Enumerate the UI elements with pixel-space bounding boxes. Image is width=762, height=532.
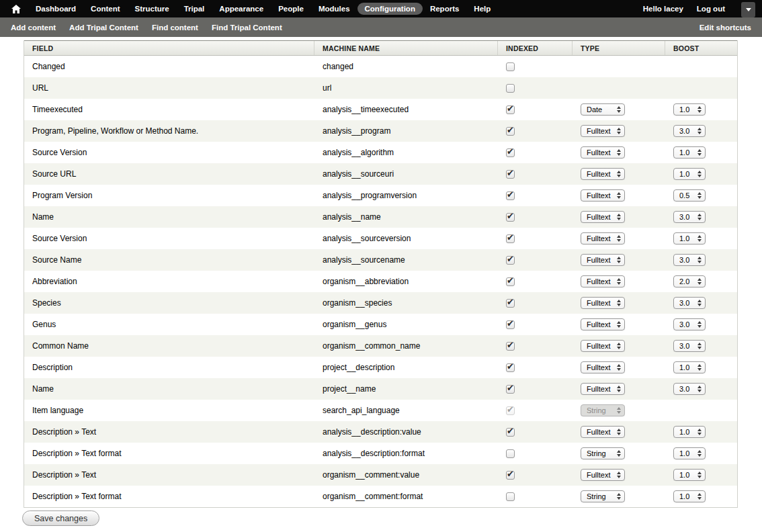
- shortcut-add-content[interactable]: Add content: [11, 24, 56, 32]
- machine-name: analysis__sourcename: [314, 255, 498, 265]
- table-row: Description » Text organism__comment:val…: [24, 464, 737, 486]
- machine-name: analysis__algorithm: [314, 148, 498, 157]
- stepper-arrows-icon: [697, 149, 702, 156]
- type-select[interactable]: String: [581, 447, 625, 459]
- type-select[interactable]: Fulltext: [581, 275, 625, 287]
- type-select[interactable]: Fulltext: [581, 232, 625, 245]
- nav-item-people[interactable]: People: [271, 3, 311, 15]
- indexed-checkbox[interactable]: ✔: [506, 170, 515, 179]
- search-api-fields-table: FIELD MACHINE NAME INDEXED TYPE BOOST Ch…: [24, 40, 738, 508]
- boost-select[interactable]: 1.0: [673, 232, 706, 245]
- boost-select[interactable]: 1.0: [673, 490, 706, 502]
- machine-name: search_api_language: [314, 406, 498, 415]
- type-select[interactable]: Fulltext: [581, 125, 625, 137]
- boost-select[interactable]: 3.0: [673, 297, 706, 309]
- type-select-value: Fulltext: [587, 127, 614, 135]
- type-select[interactable]: Fulltext: [581, 168, 625, 180]
- indexed-checkbox[interactable]: ✔: [506, 191, 515, 200]
- logout-link[interactable]: Log out: [690, 3, 732, 15]
- boost-select[interactable]: 3.0: [673, 318, 706, 330]
- boost-select[interactable]: 3.0: [673, 125, 706, 137]
- field-label: Description » Text format: [24, 492, 314, 501]
- type-select[interactable]: Fulltext: [581, 340, 625, 352]
- nav-item-content[interactable]: Content: [83, 3, 127, 15]
- type-select[interactable]: String: [581, 490, 625, 502]
- indexed-checkbox[interactable]: ✔: [506, 471, 515, 480]
- nav-item-help[interactable]: Help: [466, 3, 498, 15]
- type-select[interactable]: Fulltext: [581, 318, 625, 330]
- boost-select[interactable]: 1.0: [673, 361, 706, 373]
- shortcut-find-tripal-content[interactable]: Find Tripal Content: [212, 24, 282, 32]
- indexed-checkbox[interactable]: ✔: [506, 213, 515, 222]
- boost-select[interactable]: 1.0: [673, 469, 706, 481]
- type-select[interactable]: Fulltext: [581, 297, 625, 309]
- type-select-value: Fulltext: [587, 299, 614, 307]
- edit-shortcuts-link[interactable]: Edit shortcuts: [700, 24, 751, 32]
- machine-name: project__name: [314, 384, 498, 394]
- toolbar-toggle-button[interactable]: [741, 2, 755, 17]
- type-select[interactable]: Fulltext: [581, 426, 625, 438]
- boost-select[interactable]: 3.0: [673, 383, 706, 395]
- indexed-checkbox[interactable]: ✔: [506, 492, 515, 501]
- type-select[interactable]: Fulltext: [581, 361, 625, 373]
- indexed-checkbox[interactable]: ✔: [506, 299, 515, 308]
- nav-item-tripal[interactable]: Tripal: [177, 3, 212, 15]
- boost-select[interactable]: 0.5: [673, 189, 706, 202]
- indexed-checkbox[interactable]: ✔: [506, 320, 515, 329]
- boost-select[interactable]: 1.0: [673, 103, 706, 116]
- indexed-checkbox[interactable]: ✔: [506, 105, 515, 114]
- indexed-checkbox[interactable]: ✔: [506, 84, 515, 93]
- shortcut-find-content[interactable]: Find content: [152, 24, 198, 32]
- user-greeting[interactable]: Hello lacey: [636, 3, 690, 15]
- type-select[interactable]: Fulltext: [581, 383, 625, 395]
- boost-select[interactable]: 1.0: [673, 447, 706, 459]
- nav-item-structure[interactable]: Structure: [128, 3, 177, 15]
- indexed-checkbox[interactable]: ✔: [506, 449, 515, 458]
- type-select[interactable]: String: [581, 404, 625, 416]
- type-select-value: Date: [587, 105, 614, 114]
- boost-select[interactable]: 3.0: [673, 211, 706, 223]
- nav-item-configuration[interactable]: Configuration: [357, 3, 423, 15]
- stepper-arrows-icon: [617, 128, 621, 134]
- indexed-checkbox[interactable]: ✔: [506, 363, 515, 372]
- indexed-checkbox[interactable]: ✔: [506, 342, 515, 351]
- stepper-arrows-icon: [617, 493, 621, 500]
- field-label: URL: [24, 83, 314, 93]
- type-select[interactable]: Fulltext: [581, 146, 625, 159]
- indexed-checkbox[interactable]: ✔: [506, 406, 515, 415]
- type-select[interactable]: Fulltext: [581, 211, 625, 223]
- boost-select-value: 1.0: [679, 234, 695, 242]
- indexed-checkbox[interactable]: ✔: [506, 385, 515, 394]
- boost-select[interactable]: 1.0: [673, 426, 706, 438]
- table-row: Source Version analysis__algorithm ✔ Ful…: [24, 142, 737, 163]
- boost-select[interactable]: 3.0: [673, 254, 706, 266]
- indexed-checkbox[interactable]: ✔: [506, 148, 515, 157]
- header-boost: BOOST: [665, 41, 737, 55]
- indexed-checkbox[interactable]: ✔: [506, 62, 515, 71]
- type-select[interactable]: Fulltext: [581, 469, 625, 481]
- nav-item-dashboard[interactable]: Dashboard: [28, 3, 83, 15]
- type-select[interactable]: Fulltext: [581, 189, 625, 202]
- nav-item-reports[interactable]: Reports: [423, 3, 466, 15]
- indexed-checkbox[interactable]: ✔: [506, 428, 515, 437]
- table-row: Program Version analysis__programversion…: [24, 185, 737, 206]
- home-icon[interactable]: [8, 5, 24, 13]
- boost-select[interactable]: 3.0: [673, 340, 706, 352]
- nav-item-appearance[interactable]: Appearance: [212, 3, 271, 15]
- indexed-checkbox[interactable]: ✔: [506, 234, 515, 243]
- stepper-arrows-icon: [697, 128, 702, 134]
- nav-item-modules[interactable]: Modules: [311, 3, 357, 15]
- boost-select[interactable]: 1.0: [673, 146, 706, 159]
- shortcut-add-tripal-content[interactable]: Add Tripal Content: [69, 24, 138, 32]
- indexed-checkbox[interactable]: ✔: [506, 127, 515, 136]
- field-label: Program Version: [24, 191, 314, 200]
- type-select[interactable]: Fulltext: [581, 254, 625, 266]
- type-select[interactable]: Date: [581, 103, 625, 116]
- save-changes-button[interactable]: Save changes: [22, 511, 99, 526]
- boost-select[interactable]: 2.0: [673, 275, 706, 287]
- indexed-checkbox[interactable]: ✔: [506, 277, 515, 286]
- indexed-checkbox[interactable]: ✔: [506, 256, 515, 265]
- field-label: Name: [24, 384, 314, 394]
- boost-select[interactable]: 1.0: [673, 168, 706, 180]
- machine-name: organism__genus: [314, 320, 498, 329]
